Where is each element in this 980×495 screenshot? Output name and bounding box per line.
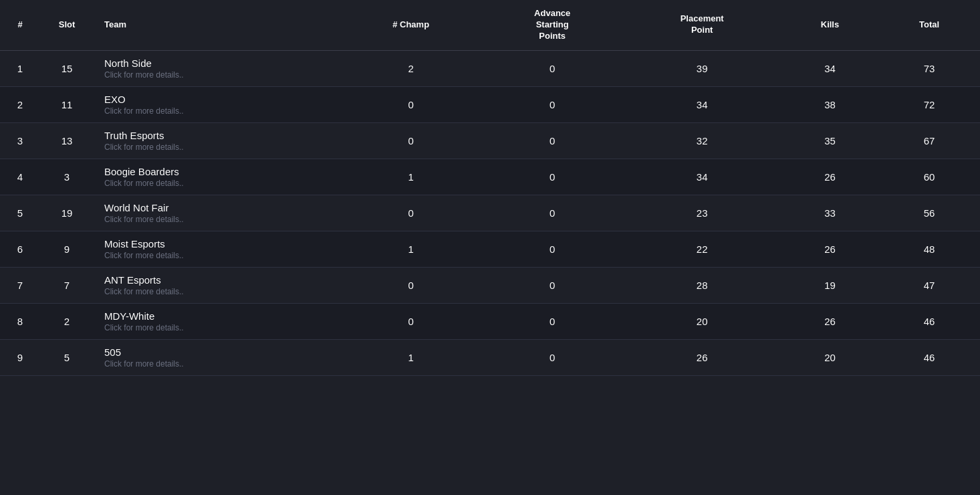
cell-champ: 0 [340,195,481,231]
cell-total: 47 [878,267,980,303]
table-row[interactable]: 1 15 North Side Click for more details..… [0,50,980,86]
cell-slot: 7 [40,267,94,303]
table-row[interactable]: 5 19 World Not Fair Click for more detai… [0,195,980,231]
cell-team: ANT Esports Click for more details.. [94,267,340,303]
cell-placement: 28 [623,267,781,303]
cell-placement: 34 [623,86,781,122]
table-row[interactable]: 2 11 EXO Click for more details.. 0 0 34… [0,86,980,122]
cell-total: 56 [878,195,980,231]
cell-slot: 3 [40,159,94,195]
cell-advance: 0 [482,122,623,159]
cell-champ: 2 [340,50,481,86]
cell-champ: 0 [340,303,481,339]
col-header-placement: PlacementPoint [623,0,781,50]
cell-advance: 0 [482,159,623,195]
cell-advance: 0 [482,303,623,339]
table-row[interactable]: 6 9 Moist Esports Click for more details… [0,231,980,267]
cell-kills: 26 [781,159,878,195]
cell-rank: 8 [0,303,40,339]
cell-rank: 2 [0,86,40,122]
cell-slot: 19 [40,195,94,231]
cell-kills: 34 [781,50,878,86]
cell-team: Boogie Boarders Click for more details.. [94,159,340,195]
table-row[interactable]: 8 2 MDY-White Click for more details.. 0… [0,303,980,339]
cell-kills: 38 [781,86,878,122]
cell-advance: 0 [482,339,623,375]
col-header-champ: # Champ [340,0,481,50]
cell-slot: 15 [40,50,94,86]
cell-rank: 6 [0,231,40,267]
cell-team: North Side Click for more details.. [94,50,340,86]
cell-kills: 19 [781,267,878,303]
cell-placement: 32 [623,122,781,159]
cell-placement: 26 [623,339,781,375]
leaderboard-table-container: # Slot Team # Champ AdvanceStartingPoint… [0,0,980,376]
cell-slot: 9 [40,231,94,267]
cell-placement: 23 [623,195,781,231]
cell-rank: 3 [0,122,40,159]
col-header-slot: Slot [40,0,94,50]
cell-rank: 9 [0,339,40,375]
cell-team: 505 Click for more details.. [94,339,340,375]
cell-advance: 0 [482,195,623,231]
table-row[interactable]: 4 3 Boogie Boarders Click for more detai… [0,159,980,195]
col-header-advance: AdvanceStartingPoints [482,0,623,50]
cell-champ: 0 [340,86,481,122]
cell-rank: 4 [0,159,40,195]
cell-slot: 13 [40,122,94,159]
cell-advance: 0 [482,86,623,122]
cell-placement: 39 [623,50,781,86]
cell-kills: 20 [781,339,878,375]
cell-team: Moist Esports Click for more details.. [94,231,340,267]
cell-rank: 5 [0,195,40,231]
cell-kills: 35 [781,122,878,159]
cell-total: 46 [878,339,980,375]
cell-team: MDY-White Click for more details.. [94,303,340,339]
cell-placement: 22 [623,231,781,267]
cell-champ: 1 [340,339,481,375]
cell-slot: 5 [40,339,94,375]
cell-slot: 2 [40,303,94,339]
table-row[interactable]: 7 7 ANT Esports Click for more details..… [0,267,980,303]
cell-rank: 7 [0,267,40,303]
cell-champ: 1 [340,231,481,267]
table-row[interactable]: 9 5 505 Click for more details.. 1 0 26 … [0,339,980,375]
table-row[interactable]: 3 13 Truth Esports Click for more detail… [0,122,980,159]
cell-team: Truth Esports Click for more details.. [94,122,340,159]
cell-slot: 11 [40,86,94,122]
col-header-kills: Kills [781,0,878,50]
cell-kills: 26 [781,303,878,339]
col-header-rank: # [0,0,40,50]
cell-total: 72 [878,86,980,122]
cell-champ: 0 [340,267,481,303]
cell-kills: 33 [781,195,878,231]
cell-placement: 20 [623,303,781,339]
cell-rank: 1 [0,50,40,86]
cell-total: 73 [878,50,980,86]
cell-advance: 0 [482,231,623,267]
cell-champ: 0 [340,122,481,159]
cell-champ: 1 [340,159,481,195]
cell-total: 67 [878,122,980,159]
col-header-team: Team [94,0,340,50]
table-header-row: # Slot Team # Champ AdvanceStartingPoint… [0,0,980,50]
col-header-total: Total [878,0,980,50]
cell-placement: 34 [623,159,781,195]
leaderboard-table: # Slot Team # Champ AdvanceStartingPoint… [0,0,980,376]
cell-advance: 0 [482,267,623,303]
cell-kills: 26 [781,231,878,267]
cell-team: World Not Fair Click for more details.. [94,195,340,231]
cell-total: 48 [878,231,980,267]
cell-team: EXO Click for more details.. [94,86,340,122]
cell-total: 46 [878,303,980,339]
cell-advance: 0 [482,50,623,86]
cell-total: 60 [878,159,980,195]
